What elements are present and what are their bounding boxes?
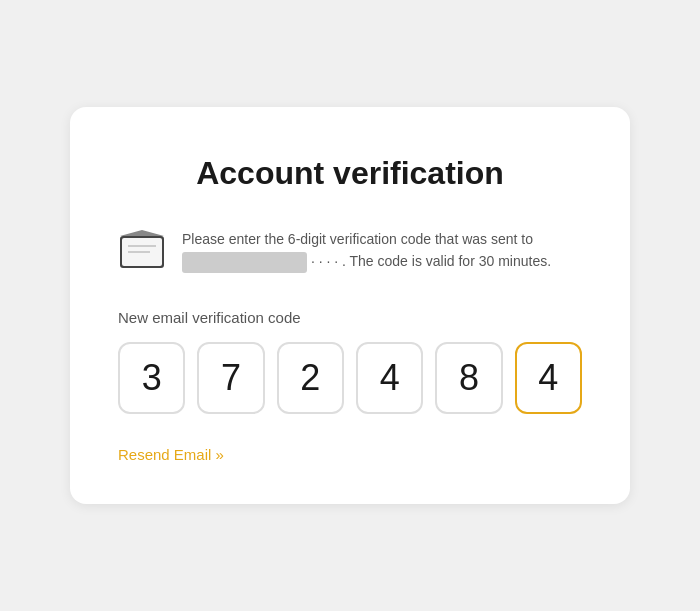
- digit-6[interactable]: 4: [515, 342, 582, 414]
- message-row: Please enter the 6-digit verification co…: [118, 228, 582, 273]
- resend-email-link[interactable]: Resend Email »: [118, 446, 224, 463]
- code-label: New email verification code: [118, 309, 582, 326]
- verification-card: Account verification Please enter the 6-…: [70, 107, 630, 504]
- svg-marker-1: [120, 230, 164, 236]
- digit-5[interactable]: 8: [435, 342, 502, 414]
- digit-2[interactable]: 7: [197, 342, 264, 414]
- email-blurred: ██ ██████ ████: [182, 252, 307, 273]
- digit-3[interactable]: 2: [277, 342, 344, 414]
- email-icon: [118, 230, 166, 270]
- digit-1[interactable]: 3: [118, 342, 185, 414]
- instruction-text: Please enter the 6-digit verification co…: [182, 228, 582, 273]
- code-inputs-container: 3 7 2 4 8 4: [118, 342, 582, 414]
- page-title: Account verification: [118, 155, 582, 192]
- digit-4[interactable]: 4: [356, 342, 423, 414]
